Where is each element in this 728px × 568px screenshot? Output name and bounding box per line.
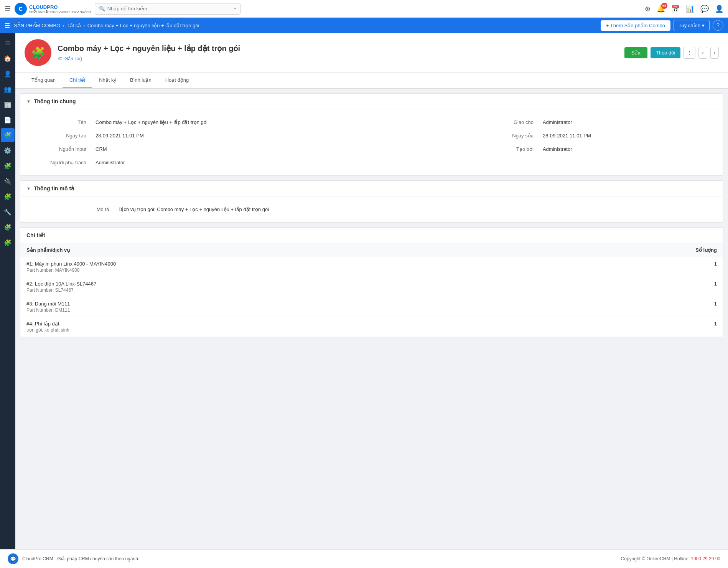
sidebar-item-plugin4[interactable]: 🔧 bbox=[1, 205, 15, 219]
logo-icon: C bbox=[15, 3, 27, 15]
sidebar-item-users[interactable]: 👥 bbox=[1, 82, 15, 96]
product-avatar: 🧩 bbox=[25, 39, 51, 66]
table-header-row: Sản phẩm/dịch vụ Số lượng bbox=[20, 243, 723, 257]
table-row: #4: Phí lắp đặt trọn gói, ko phát sinh 1 bbox=[20, 317, 723, 337]
table-row: #1: Máy in phun Linx 4900 - MAYIN4900 Pa… bbox=[20, 257, 723, 277]
item-product: #4: Phí lắp đặt trọn gói, ko phát sinh bbox=[20, 317, 548, 337]
tab-chi-tiet[interactable]: Chi tiết bbox=[63, 73, 92, 88]
chi-tiet-table: Sản phẩm/dịch vụ Số lượng #1: Máy in phu… bbox=[20, 243, 723, 337]
sidebar-item-plugin6[interactable]: 🧩 bbox=[1, 236, 15, 249]
thong-tin-chung-section: ▼ Thông tin chung Tên Combo máy + Lọc + … bbox=[20, 93, 723, 176]
item-name: #2: Lọc điện 10A Linx-SL74467 bbox=[26, 281, 542, 287]
sidebar-item-plugin2[interactable]: 🔌 bbox=[1, 174, 15, 188]
value-nguon-input: CRM bbox=[91, 142, 461, 156]
add-icon[interactable]: ⊕ bbox=[645, 5, 651, 13]
label-giao-cho: Giao cho bbox=[477, 116, 538, 129]
item-quantity: 1 bbox=[548, 277, 723, 297]
breadcrumb: SẢN PHẨM COMBO › Tất cả › Combo máy + Lọ… bbox=[14, 23, 199, 28]
follow-button[interactable]: Theo dõi bbox=[651, 47, 681, 58]
footer-hotline[interactable]: 1900 29 29 90 bbox=[691, 556, 720, 561]
label-ngay-sua: Ngày sửa bbox=[477, 129, 538, 142]
table-row: Ngày tạo 28-09-2021 11:01 PM Ngày sửa 28… bbox=[30, 129, 714, 142]
footer-copyright: Copyright © OnlineCRM | Hotline: bbox=[621, 556, 691, 561]
item-product: #3: Dung môi M111 Part Number: DM111 bbox=[20, 297, 548, 317]
label-phu-trach: Người phụ trách bbox=[30, 156, 91, 169]
edit-button[interactable]: Sửa bbox=[624, 47, 647, 58]
product-info: Combo máy + Lọc + nguyên liệu + lắp đặt … bbox=[58, 44, 618, 61]
sub-header-actions: + Thêm Sản phẩm Combo Tuỳ chỉnh ▾ ? bbox=[601, 20, 723, 31]
product-header: 🧩 Combo máy + Lọc + nguyên liệu + lắp đặ… bbox=[15, 33, 728, 73]
tag-icon: 🏷 bbox=[58, 56, 62, 61]
item-name: #1: Máy in phun Linx 4900 - MAYIN4900 bbox=[26, 261, 542, 267]
tab-binh-luan[interactable]: Bình luận bbox=[123, 73, 158, 88]
user-icon[interactable]: 👤 bbox=[715, 5, 723, 13]
sidebar-item-plugin1[interactable]: 🧩 bbox=[1, 159, 15, 173]
col-product: Sản phẩm/dịch vụ bbox=[20, 243, 548, 257]
breadcrumb-title: SẢN PHẨM COMBO bbox=[14, 23, 60, 28]
sidebar-item-home[interactable]: 🏠 bbox=[1, 51, 15, 65]
value-mo-ta: Dịch vụ trọn gói: Combo máy + Lọc + nguy… bbox=[114, 203, 714, 216]
sidebar-item-plugin5[interactable]: 🧩 bbox=[1, 220, 15, 234]
chart-icon[interactable]: 📊 bbox=[686, 5, 694, 13]
item-name: #3: Dung môi M111 bbox=[26, 301, 542, 307]
sidebar: ☰ 🏠 👤 👥 🏢 📄 🧩 ⚙️ 🧩 🔌 🧩 🔧 🧩 🧩 bbox=[0, 33, 15, 549]
notification-icon[interactable]: 🔔 55 bbox=[657, 5, 665, 13]
customize-button[interactable]: Tuỳ chỉnh ▾ bbox=[674, 20, 710, 31]
item-quantity: 1 bbox=[548, 257, 723, 277]
table-row: Nguồn input CRM Tạo bởi Administrator bbox=[30, 142, 714, 156]
sidebar-item-menu[interactable]: ☰ bbox=[1, 36, 15, 50]
item-sub: Part Number: DM111 bbox=[26, 307, 542, 313]
table-row: #2: Lọc điện 10A Linx-SL74467 Part Numbe… bbox=[20, 277, 723, 297]
tab-tong-quan[interactable]: Tổng quan bbox=[25, 73, 63, 88]
chi-tiet-section: Chi tiết Sản phẩm/dịch vụ Số lượng #1: M… bbox=[20, 227, 723, 337]
table-row: #3: Dung môi M111 Part Number: DM111 1 bbox=[20, 297, 723, 317]
product-title: Combo máy + Lọc + nguyên liệu + lắp đặt … bbox=[58, 44, 618, 53]
search-bar[interactable]: 🔍 ▾ bbox=[95, 3, 240, 15]
item-quantity: 1 bbox=[548, 297, 723, 317]
add-combo-button[interactable]: + Thêm Sản phẩm Combo bbox=[601, 20, 670, 31]
breadcrumb-all[interactable]: Tất cả bbox=[67, 23, 81, 28]
tab-hoat-dong[interactable]: Hoạt động bbox=[158, 73, 196, 88]
value-ten: Combo máy + Lọc + nguyên liệu + lắp đặt … bbox=[91, 116, 461, 129]
messages-icon[interactable]: 💬 bbox=[700, 5, 709, 13]
sub-menu-icon[interactable]: ☰ bbox=[5, 22, 10, 29]
value-giao-cho: Administrator bbox=[538, 116, 714, 129]
thong-tin-chung-body: Tên Combo máy + Lọc + nguyên liệu + lắp … bbox=[20, 109, 723, 175]
value-ngay-tao: 28-09-2021 11:01 PM bbox=[91, 129, 461, 142]
label-tao-boi: Tạo bởi bbox=[477, 142, 538, 156]
chi-tiet-body: #1: Máy in phun Linx 4900 - MAYIN4900 Pa… bbox=[20, 257, 723, 337]
calendar-icon[interactable]: 📅 bbox=[671, 5, 680, 13]
hamburger-icon[interactable]: ☰ bbox=[5, 5, 11, 13]
col-quantity: Số lượng bbox=[548, 243, 723, 257]
chat-icon[interactable]: 💬 bbox=[8, 553, 18, 564]
footer-right: Copyright © OnlineCRM | Hotline: 1900 29… bbox=[621, 556, 720, 561]
mo-ta-table: Mô tả Dịch vụ trọn gói: Combo máy + Lọc … bbox=[30, 203, 714, 216]
item-product: #2: Lọc điện 10A Linx-SL74467 Part Numbe… bbox=[20, 277, 548, 297]
label-ngay-tao: Ngày tạo bbox=[30, 129, 91, 142]
tab-nhat-ky[interactable]: Nhật ký bbox=[92, 73, 123, 88]
tag-button[interactable]: 🏷 Gắn Tag bbox=[58, 56, 618, 61]
footer-left: 💬 CloudPro CRM - Giải pháp CRM chuyên sâ… bbox=[8, 553, 139, 564]
search-input[interactable] bbox=[107, 6, 232, 12]
prev-button[interactable]: ‹ bbox=[698, 47, 707, 59]
thong-tin-chung-title[interactable]: ▼ Thông tin chung bbox=[20, 94, 723, 109]
logo-text: CLOUDPRO KHỞI NGHIỆP KINH DOANH THEO NGÀ… bbox=[29, 4, 91, 13]
search-icon: 🔍 bbox=[99, 6, 105, 12]
item-sub: trọn gói, ko phát sinh bbox=[26, 327, 542, 333]
more-options-button[interactable]: ⋮ bbox=[684, 47, 695, 59]
collapse-arrow-2: ▼ bbox=[26, 186, 31, 191]
sidebar-item-products[interactable]: 🧩 bbox=[1, 128, 15, 142]
label-ten: Tên bbox=[30, 116, 91, 129]
logo: C CLOUDPRO KHỞI NGHIỆP KINH DOANH THEO N… bbox=[15, 3, 91, 15]
item-name: #4: Phí lắp đặt bbox=[26, 321, 542, 327]
help-button[interactable]: ? bbox=[713, 20, 723, 31]
product-actions: Sửa Theo dõi ⋮ ‹ › bbox=[624, 47, 719, 59]
sidebar-item-documents[interactable]: 📄 bbox=[1, 113, 15, 127]
sidebar-item-contacts[interactable]: 👤 bbox=[1, 67, 15, 81]
next-button[interactable]: › bbox=[710, 47, 719, 59]
sidebar-item-plugin3[interactable]: 🧩 bbox=[1, 190, 15, 203]
sidebar-item-companies[interactable]: 🏢 bbox=[1, 97, 15, 111]
sidebar-item-settings[interactable]: ⚙️ bbox=[1, 144, 15, 157]
thong-tin-mo-ta-title[interactable]: ▼ Thông tin mô tả bbox=[20, 181, 723, 196]
puzzle-icon: 🧩 bbox=[31, 46, 45, 59]
